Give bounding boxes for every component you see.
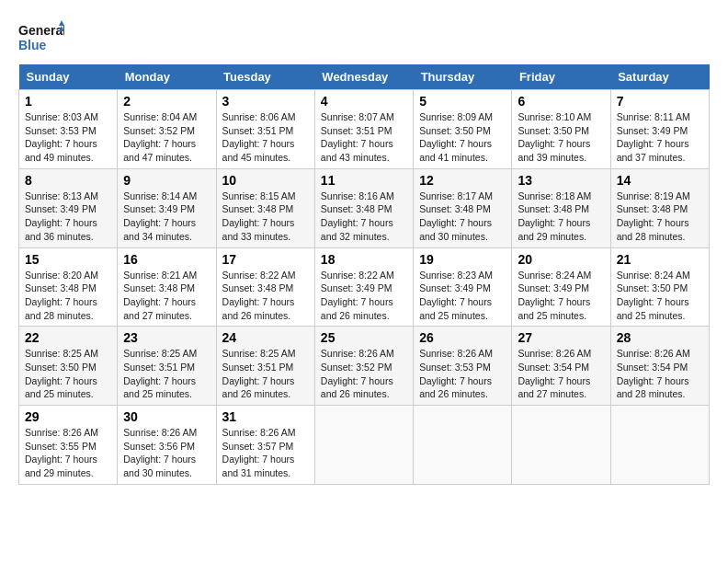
calendar-week-2: 8Sunrise: 8:13 AMSunset: 3:49 PMDaylight… <box>19 168 710 247</box>
day-number: 6 <box>518 94 604 109</box>
calendar-cell: 31Sunrise: 8:26 AMSunset: 3:57 PMDayligh… <box>216 406 314 485</box>
day-number: 2 <box>123 94 210 109</box>
day-number: 30 <box>123 409 210 424</box>
calendar-cell <box>314 406 413 485</box>
day-info: Sunrise: 8:14 AMSunset: 3:49 PMDaylight:… <box>123 190 210 244</box>
weekday-header-row: SundayMondayTuesdayWednesdayThursdayFrid… <box>19 64 710 90</box>
day-info: Sunrise: 8:24 AMSunset: 3:49 PMDaylight:… <box>518 269 604 323</box>
weekday-header-friday: Friday <box>512 64 610 90</box>
day-number: 15 <box>25 252 111 267</box>
day-info: Sunrise: 8:22 AMSunset: 3:48 PMDaylight:… <box>222 269 309 323</box>
calendar-cell: 25Sunrise: 8:26 AMSunset: 3:52 PMDayligh… <box>314 327 413 406</box>
calendar-week-4: 22Sunrise: 8:25 AMSunset: 3:50 PMDayligh… <box>19 327 710 406</box>
calendar-cell: 10Sunrise: 8:15 AMSunset: 3:48 PMDayligh… <box>216 168 314 247</box>
page-header: General Blue <box>18 18 710 55</box>
day-info: Sunrise: 8:20 AMSunset: 3:48 PMDaylight:… <box>25 269 111 323</box>
day-number: 26 <box>419 330 506 345</box>
calendar-table: SundayMondayTuesdayWednesdayThursdayFrid… <box>18 64 710 485</box>
logo-icon: General Blue <box>18 18 64 55</box>
day-info: Sunrise: 8:26 AMSunset: 3:55 PMDaylight:… <box>25 426 111 480</box>
day-info: Sunrise: 8:26 AMSunset: 3:52 PMDaylight:… <box>321 347 407 401</box>
calendar-cell: 4Sunrise: 8:07 AMSunset: 3:51 PMDaylight… <box>314 90 413 169</box>
day-number: 21 <box>617 252 703 267</box>
day-number: 8 <box>25 173 111 188</box>
day-info: Sunrise: 8:24 AMSunset: 3:50 PMDaylight:… <box>617 269 703 323</box>
day-number: 29 <box>25 409 111 424</box>
calendar-cell <box>414 406 512 485</box>
day-number: 25 <box>321 330 407 345</box>
calendar-cell: 8Sunrise: 8:13 AMSunset: 3:49 PMDaylight… <box>19 168 118 247</box>
day-info: Sunrise: 8:25 AMSunset: 3:51 PMDaylight:… <box>123 347 210 401</box>
calendar-cell: 20Sunrise: 8:24 AMSunset: 3:49 PMDayligh… <box>512 247 610 327</box>
calendar-cell: 19Sunrise: 8:23 AMSunset: 3:49 PMDayligh… <box>414 247 512 327</box>
day-info: Sunrise: 8:17 AMSunset: 3:48 PMDaylight:… <box>419 190 506 244</box>
calendar-cell: 26Sunrise: 8:26 AMSunset: 3:53 PMDayligh… <box>414 327 512 406</box>
day-info: Sunrise: 8:25 AMSunset: 3:51 PMDaylight:… <box>222 347 309 401</box>
day-info: Sunrise: 8:25 AMSunset: 3:50 PMDaylight:… <box>25 347 111 401</box>
day-number: 1 <box>25 94 111 109</box>
calendar-cell: 21Sunrise: 8:24 AMSunset: 3:50 PMDayligh… <box>610 247 709 327</box>
day-number: 28 <box>617 330 703 345</box>
calendar-cell: 18Sunrise: 8:22 AMSunset: 3:49 PMDayligh… <box>314 247 413 327</box>
weekday-header-sunday: Sunday <box>19 64 118 90</box>
day-number: 27 <box>518 330 604 345</box>
day-number: 18 <box>321 252 407 267</box>
day-number: 31 <box>222 409 309 424</box>
day-info: Sunrise: 8:11 AMSunset: 3:49 PMDaylight:… <box>617 110 703 165</box>
calendar-cell: 29Sunrise: 8:26 AMSunset: 3:55 PMDayligh… <box>19 406 118 485</box>
weekday-header-saturday: Saturday <box>610 64 709 90</box>
day-number: 4 <box>321 94 407 109</box>
calendar-cell: 14Sunrise: 8:19 AMSunset: 3:48 PMDayligh… <box>610 168 709 247</box>
day-info: Sunrise: 8:10 AMSunset: 3:50 PMDaylight:… <box>518 110 604 165</box>
day-info: Sunrise: 8:21 AMSunset: 3:48 PMDaylight:… <box>123 269 210 323</box>
day-info: Sunrise: 8:26 AMSunset: 3:57 PMDaylight:… <box>222 426 309 480</box>
calendar-week-5: 29Sunrise: 8:26 AMSunset: 3:55 PMDayligh… <box>19 406 710 485</box>
calendar-week-1: 1Sunrise: 8:03 AMSunset: 3:53 PMDaylight… <box>19 90 710 169</box>
day-info: Sunrise: 8:23 AMSunset: 3:49 PMDaylight:… <box>419 269 506 323</box>
weekday-header-thursday: Thursday <box>414 64 512 90</box>
day-info: Sunrise: 8:26 AMSunset: 3:54 PMDaylight:… <box>617 347 703 401</box>
day-info: Sunrise: 8:26 AMSunset: 3:56 PMDaylight:… <box>123 426 210 480</box>
day-info: Sunrise: 8:03 AMSunset: 3:53 PMDaylight:… <box>25 110 111 165</box>
day-info: Sunrise: 8:26 AMSunset: 3:54 PMDaylight:… <box>518 347 604 401</box>
calendar-cell <box>512 406 610 485</box>
calendar-cell: 22Sunrise: 8:25 AMSunset: 3:50 PMDayligh… <box>19 327 118 406</box>
calendar-cell: 5Sunrise: 8:09 AMSunset: 3:50 PMDaylight… <box>414 90 512 169</box>
calendar-cell: 28Sunrise: 8:26 AMSunset: 3:54 PMDayligh… <box>610 327 709 406</box>
calendar-cell: 17Sunrise: 8:22 AMSunset: 3:48 PMDayligh… <box>216 247 314 327</box>
day-info: Sunrise: 8:04 AMSunset: 3:52 PMDaylight:… <box>123 110 210 165</box>
calendar-cell <box>610 406 709 485</box>
weekday-header-tuesday: Tuesday <box>216 64 314 90</box>
calendar-cell: 11Sunrise: 8:16 AMSunset: 3:48 PMDayligh… <box>314 168 413 247</box>
calendar-cell: 30Sunrise: 8:26 AMSunset: 3:56 PMDayligh… <box>118 406 216 485</box>
calendar-cell: 24Sunrise: 8:25 AMSunset: 3:51 PMDayligh… <box>216 327 314 406</box>
calendar-cell: 23Sunrise: 8:25 AMSunset: 3:51 PMDayligh… <box>118 327 216 406</box>
calendar-cell: 9Sunrise: 8:14 AMSunset: 3:49 PMDaylight… <box>118 168 216 247</box>
calendar-cell: 1Sunrise: 8:03 AMSunset: 3:53 PMDaylight… <box>19 90 118 169</box>
logo: General Blue <box>18 18 64 55</box>
calendar-cell: 27Sunrise: 8:26 AMSunset: 3:54 PMDayligh… <box>512 327 610 406</box>
day-number: 13 <box>518 173 604 188</box>
day-number: 23 <box>123 330 210 345</box>
calendar-cell: 15Sunrise: 8:20 AMSunset: 3:48 PMDayligh… <box>19 247 118 327</box>
day-number: 16 <box>123 252 210 267</box>
day-number: 5 <box>419 94 506 109</box>
day-number: 3 <box>222 94 309 109</box>
calendar-cell: 12Sunrise: 8:17 AMSunset: 3:48 PMDayligh… <box>414 168 512 247</box>
day-number: 19 <box>419 252 506 267</box>
day-number: 22 <box>25 330 111 345</box>
svg-text:Blue: Blue <box>18 38 47 52</box>
day-info: Sunrise: 8:06 AMSunset: 3:51 PMDaylight:… <box>222 110 309 165</box>
svg-text:General: General <box>18 23 64 38</box>
day-info: Sunrise: 8:07 AMSunset: 3:51 PMDaylight:… <box>321 110 407 165</box>
day-info: Sunrise: 8:13 AMSunset: 3:49 PMDaylight:… <box>25 190 111 244</box>
day-number: 10 <box>222 173 309 188</box>
calendar-cell: 2Sunrise: 8:04 AMSunset: 3:52 PMDaylight… <box>118 90 216 169</box>
calendar-week-3: 15Sunrise: 8:20 AMSunset: 3:48 PMDayligh… <box>19 247 710 327</box>
day-number: 14 <box>617 173 703 188</box>
day-number: 9 <box>123 173 210 188</box>
day-number: 20 <box>518 252 604 267</box>
day-number: 17 <box>222 252 309 267</box>
weekday-header-wednesday: Wednesday <box>314 64 413 90</box>
calendar-cell: 3Sunrise: 8:06 AMSunset: 3:51 PMDaylight… <box>216 90 314 169</box>
